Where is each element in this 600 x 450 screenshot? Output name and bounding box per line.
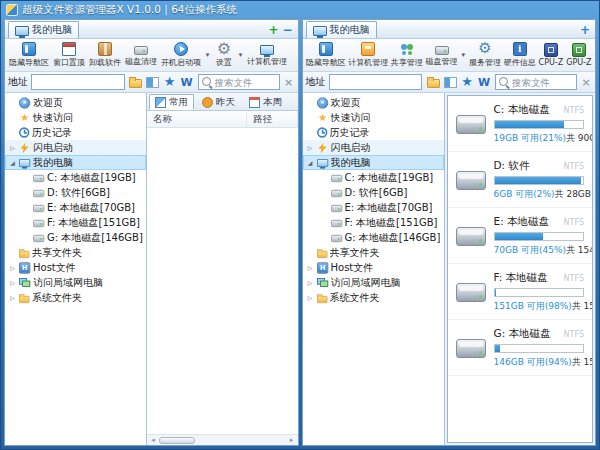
clear-search-icon[interactable] xyxy=(283,76,295,89)
tree-item[interactable]: G: 本地磁盘[146GB] xyxy=(303,230,444,245)
toolbar-button-label: 设置 xyxy=(216,57,232,68)
dropdown-arrow-icon[interactable]: ▾ xyxy=(459,40,468,70)
path-column-header[interactable]: 路径 xyxy=(247,111,298,127)
drive-item[interactable]: C: 本地磁盘NTFS19GB 可用(21%)共 90GB xyxy=(448,96,593,152)
tree-item[interactable]: G: 本地磁盘[146GB] xyxy=(5,230,146,245)
add-tab-blue-icon[interactable] xyxy=(578,22,592,38)
tree-item[interactable]: C: 本地磁盘[19GB] xyxy=(5,170,146,185)
tree-item[interactable]: ▷系统文件夹 xyxy=(303,290,444,305)
tree-item[interactable]: 欢迎页 xyxy=(303,95,444,110)
tree-expand-arrow-icon[interactable]: ▷ xyxy=(8,294,17,301)
scroll-left-arrow-icon[interactable]: ◂ xyxy=(147,436,159,444)
tree-expand-arrow-icon[interactable]: ▷ xyxy=(306,279,315,286)
word-button[interactable] xyxy=(476,74,492,90)
address-input[interactable] xyxy=(329,74,423,90)
search-input[interactable] xyxy=(215,77,273,88)
toolbar-button[interactable]: 计算机管理 xyxy=(347,40,389,70)
tree-item[interactable]: ▷访问局域网电脑 xyxy=(5,275,146,290)
tree-item[interactable]: E: 本地磁盘[70GB] xyxy=(5,200,146,215)
toolbar-button[interactable]: 服务管理 xyxy=(468,40,503,70)
toolbar-button[interactable]: 隐藏导航区 xyxy=(7,40,51,70)
tree-expand-arrow-icon[interactable]: ▷ xyxy=(8,144,17,151)
horizontal-scrollbar[interactable]: ◂ ▸ xyxy=(147,434,298,445)
clear-search-icon[interactable] xyxy=(580,76,592,89)
tree-item[interactable]: ◢我的电脑 xyxy=(303,155,444,170)
tree-item[interactable]: D: 软件[6GB] xyxy=(5,185,146,200)
drive-item[interactable]: F: 本地磁盘NTFS151GB 可用(98%)共 154GB xyxy=(448,264,593,320)
search-box[interactable] xyxy=(495,74,577,90)
favorite-star-button[interactable] xyxy=(459,74,475,90)
tree-item-label: 历史记录 xyxy=(32,126,72,140)
scrollbar-thumb[interactable] xyxy=(159,437,195,444)
toolbar-button[interactable]: 开机启动项 xyxy=(159,40,203,70)
tree-expand-arrow-icon[interactable]: ▷ xyxy=(8,264,17,271)
usage-bar-fill xyxy=(495,233,544,240)
search-input[interactable] xyxy=(512,77,570,88)
tree-item[interactable]: ▷访问局域网电脑 xyxy=(303,275,444,290)
toolbar-button[interactable]: 磁盘清理 xyxy=(123,40,159,70)
toolbar-button[interactable]: CPU-Z xyxy=(537,40,565,70)
tree-item[interactable]: 欢迎页 xyxy=(5,95,146,110)
tab-my-computer[interactable]: 我的电脑 xyxy=(8,21,79,38)
list-tab-yesterday[interactable]: 昨天 xyxy=(196,94,241,110)
tree-item[interactable]: 历史记录 xyxy=(5,125,146,140)
tree-item[interactable]: ▷Host文件 xyxy=(303,260,444,275)
tree-item[interactable]: F: 本地磁盘[151GB] xyxy=(303,215,444,230)
tree-item[interactable]: 共享文件夹 xyxy=(5,245,146,260)
total-space-label: 共 154GB xyxy=(572,356,593,369)
tree-expand-arrow-icon[interactable]: ◢ xyxy=(8,159,17,166)
tree-item[interactable]: D: 软件[6GB] xyxy=(303,185,444,200)
remove-tab-icon[interactable] xyxy=(281,22,295,38)
search-box[interactable] xyxy=(198,74,280,90)
toolbar-button[interactable]: 共享管理 xyxy=(389,40,424,70)
folder-button[interactable] xyxy=(425,74,441,90)
tab-my-computer[interactable]: 我的电脑 xyxy=(306,21,377,38)
split-view-button[interactable] xyxy=(442,74,458,90)
tree-expand-arrow-icon[interactable]: ▷ xyxy=(306,144,315,151)
drive-item[interactable]: D: 软件NTFS6GB 可用(2%)共 28GB xyxy=(448,152,593,208)
titlebar[interactable]: 超级文件资源管理器X V1.0.0 | 64位操作系统 xyxy=(4,1,596,19)
tree-item-label: 欢迎页 xyxy=(33,96,63,110)
toolbar-button[interactable]: 磁盘管理 xyxy=(424,40,459,70)
calendar-icon xyxy=(249,97,260,108)
drive-item[interactable]: E: 本地磁盘NTFS70GB 可用(45%)共 154GB xyxy=(448,208,593,264)
grid-icon xyxy=(155,97,166,108)
favorite-star-button[interactable] xyxy=(162,74,178,90)
toolbar-button[interactable]: 窗口置顶 xyxy=(51,40,87,70)
tree-item[interactable]: ◢我的电脑 xyxy=(5,155,146,170)
tree-expand-arrow-icon[interactable]: ▷ xyxy=(306,294,315,301)
list-tab-common[interactable]: 常用 xyxy=(149,94,194,110)
tree-item[interactable]: ▷闪电启动 xyxy=(303,140,444,155)
name-column-header[interactable]: 名称 xyxy=(147,111,247,127)
tree-item[interactable]: ▷系统文件夹 xyxy=(5,290,146,305)
word-button[interactable] xyxy=(179,74,195,90)
dropdown-arrow-icon[interactable]: ▾ xyxy=(236,40,245,70)
add-tab-green-icon[interactable] xyxy=(267,22,281,38)
list-tab-week[interactable]: 本周 xyxy=(243,94,288,110)
tree-item[interactable]: ▷Host文件 xyxy=(5,260,146,275)
dropdown-arrow-icon[interactable]: ▾ xyxy=(203,40,212,70)
tree-item[interactable]: 快速访问 xyxy=(5,110,146,125)
tree-expand-arrow-icon[interactable]: ▷ xyxy=(306,264,315,271)
scroll-right-arrow-icon[interactable]: ▸ xyxy=(286,436,298,444)
folder-button[interactable] xyxy=(128,74,144,90)
toolbar-button[interactable]: 硬件信息 xyxy=(502,40,537,70)
drive-item[interactable]: G: 本地磁盘NTFS146GB 可用(94%)共 154GB xyxy=(448,320,593,376)
tree-item[interactable]: F: 本地磁盘[151GB] xyxy=(5,215,146,230)
drive-info: F: 本地磁盘NTFS151GB 可用(98%)共 154GB xyxy=(494,271,585,313)
tree-item[interactable]: 共享文件夹 xyxy=(303,245,444,260)
tree-item[interactable]: 历史记录 xyxy=(303,125,444,140)
tree-item[interactable]: C: 本地磁盘[19GB] xyxy=(303,170,444,185)
tree-item[interactable]: E: 本地磁盘[70GB] xyxy=(303,200,444,215)
toolbar-button[interactable]: 计算机管理 xyxy=(245,40,289,70)
split-view-button[interactable] xyxy=(145,74,161,90)
tree-item[interactable]: ▷闪电启动 xyxy=(5,140,146,155)
tree-expand-arrow-icon[interactable]: ▷ xyxy=(8,279,17,286)
toolbar-button[interactable]: 设置 xyxy=(212,40,236,70)
toolbar-button[interactable]: 隐藏导航区 xyxy=(305,40,347,70)
tree-expand-arrow-icon[interactable]: ◢ xyxy=(306,159,315,166)
address-input[interactable] xyxy=(31,74,125,90)
tree-item[interactable]: 快速访问 xyxy=(303,110,444,125)
toolbar-button[interactable]: GPU-Z xyxy=(565,40,593,70)
toolbar-button[interactable]: 卸载软件 xyxy=(87,40,123,70)
